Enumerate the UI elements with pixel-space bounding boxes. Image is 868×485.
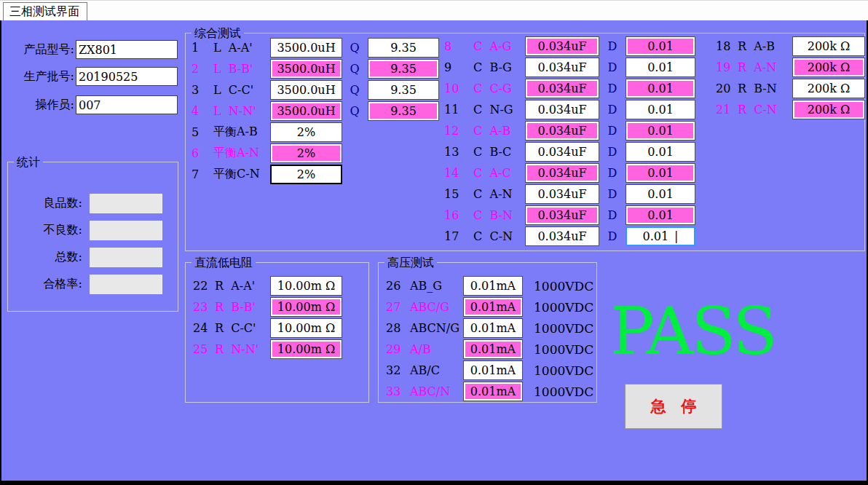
total-count-field bbox=[90, 248, 162, 267]
row-number: 4 bbox=[192, 104, 209, 118]
leak-current-field[interactable]: 0.01mA bbox=[463, 360, 523, 380]
measured-value-field[interactable]: 10.00m Ω bbox=[270, 339, 342, 359]
measured-value-field[interactable]: 0.034uF bbox=[525, 36, 599, 56]
measured-value-field[interactable]: 10.00m Ω bbox=[270, 318, 342, 338]
test-row-21: 21 R C-N 200k Ω bbox=[716, 99, 865, 120]
param-value-field-focused[interactable]: 0.01| bbox=[626, 226, 695, 246]
test-row-13: 13 C B-C 0.034uF D 0.01 bbox=[444, 141, 695, 162]
param-value-field[interactable]: 0.01 bbox=[626, 205, 695, 225]
measured-value-field[interactable]: 3500.0uH bbox=[270, 59, 342, 79]
param-value-field[interactable]: 0.01 bbox=[626, 79, 695, 98]
measured-value-field[interactable]: 200k Ω bbox=[792, 36, 865, 56]
test-point-label: 平衡A-N bbox=[213, 146, 267, 161]
test-row-33: 33 ABC/N 0.01mA 1000VDC bbox=[386, 381, 593, 402]
measured-value-field[interactable]: 0.034uF bbox=[525, 121, 599, 141]
param-value-field[interactable]: 0.01 bbox=[626, 163, 695, 183]
measured-value-field-focused[interactable]: 2% bbox=[270, 165, 342, 184]
measured-value-field[interactable]: 3500.0uH bbox=[270, 38, 342, 58]
measured-value-field[interactable]: 0.034uF bbox=[525, 100, 599, 119]
measured-value-field[interactable]: 3500.0uH bbox=[270, 80, 342, 100]
statistics-group: 统计 良品数: 不良数: 总数: 合格率: bbox=[7, 162, 178, 312]
row-number: 20 bbox=[716, 82, 735, 95]
param-value-field[interactable]: 0.01 bbox=[626, 58, 695, 77]
param-value-field[interactable]: 9.35 bbox=[368, 80, 439, 100]
row-number: 11 bbox=[444, 103, 463, 117]
measured-value-field[interactable]: 2% bbox=[270, 143, 342, 163]
operator-input[interactable] bbox=[76, 95, 178, 114]
param-letter: Q bbox=[347, 62, 362, 76]
measured-value-field[interactable]: 3500.0uH bbox=[270, 101, 342, 121]
test-point-label: C C-N bbox=[473, 229, 523, 243]
row-number: 7 bbox=[192, 167, 209, 181]
test-point-label: R C-C' bbox=[215, 321, 264, 335]
batch-number-input[interactable] bbox=[76, 67, 178, 86]
test-row-4: 4 L N-N' 3500.0uH Q 9.35 bbox=[192, 100, 439, 122]
measured-value-field[interactable]: 200k Ω bbox=[792, 100, 865, 119]
measured-value-field[interactable]: 0.034uF bbox=[525, 226, 599, 246]
test-point-label: C B-N bbox=[473, 208, 523, 222]
measured-value-field[interactable]: 200k Ω bbox=[792, 79, 865, 98]
test-point-label: ABC/N bbox=[410, 385, 458, 398]
param-value-field[interactable]: 0.01 bbox=[626, 142, 695, 162]
measured-value-field[interactable]: 200k Ω bbox=[792, 58, 865, 77]
test-point-label: C A-B bbox=[473, 124, 523, 138]
param-value-field[interactable]: 0.01 bbox=[626, 100, 695, 119]
tab-bar: 三相测试界面 bbox=[0, 0, 868, 20]
product-model-row: 产品型号: bbox=[4, 40, 178, 59]
test-row-23: 23 R B-B' 10.00m Ω bbox=[193, 296, 342, 318]
test-row-17: 17 C C-N 0.034uF D 0.01| bbox=[444, 226, 695, 247]
param-value-field[interactable]: 9.35 bbox=[368, 38, 439, 58]
row-number: 15 bbox=[444, 187, 463, 201]
leak-current-field[interactable]: 0.01mA bbox=[463, 339, 523, 359]
measured-value-field[interactable]: 0.034uF bbox=[525, 205, 599, 225]
param-value-field[interactable]: 0.01 bbox=[626, 36, 695, 56]
row-number: 16 bbox=[444, 208, 463, 222]
row-number: 10 bbox=[444, 82, 463, 95]
measured-value-field[interactable]: 0.034uF bbox=[525, 79, 599, 98]
test-voltage-label: 1000VDC bbox=[534, 321, 593, 336]
total-count-row: 总数: bbox=[12, 248, 162, 267]
good-count-row: 良品数: bbox=[12, 194, 162, 213]
param-letter: Q bbox=[347, 41, 362, 55]
pass-rate-field bbox=[90, 275, 162, 294]
test-point-label: C B-G bbox=[473, 60, 523, 74]
leak-current-field[interactable]: 0.01mA bbox=[463, 297, 523, 317]
bad-count-field bbox=[90, 221, 162, 240]
leak-current-field[interactable]: 0.01mA bbox=[463, 276, 523, 296]
bad-count-label: 不良数: bbox=[12, 223, 82, 238]
measured-value-field[interactable]: 0.034uF bbox=[525, 184, 599, 204]
row-number: 29 bbox=[386, 342, 405, 356]
test-point-label: L N-N' bbox=[213, 104, 267, 118]
measured-value-field[interactable]: 0.034uF bbox=[525, 142, 599, 162]
leak-current-field[interactable]: 0.01mA bbox=[463, 382, 523, 401]
param-value-field[interactable]: 9.35 bbox=[368, 101, 439, 121]
row-number: 27 bbox=[386, 300, 405, 314]
product-model-input[interactable] bbox=[76, 40, 178, 59]
tab-three-phase-test[interactable]: 三相测试界面 bbox=[3, 2, 87, 21]
test-row-29: 29 A/B 0.01mA 1000VDC bbox=[386, 339, 593, 360]
measured-value-field[interactable]: 0.034uF bbox=[525, 58, 599, 77]
test-row-7: 7 平衡C-N 2% bbox=[192, 164, 439, 185]
pass-rate-label: 合格率: bbox=[12, 277, 82, 292]
test-row-3: 3 L C-C' 3500.0uH Q 9.35 bbox=[192, 79, 439, 100]
test-voltage-label: 1000VDC bbox=[534, 279, 593, 293]
emergency-stop-button[interactable]: 急 停 bbox=[625, 384, 722, 429]
test-point-label: C A-C bbox=[473, 166, 523, 180]
leak-current-field[interactable]: 0.01mA bbox=[463, 318, 523, 338]
param-value-field[interactable]: 9.35 bbox=[368, 59, 439, 79]
row-number: 22 bbox=[193, 279, 212, 293]
measured-value-field[interactable]: 0.034uF bbox=[525, 163, 599, 183]
test-point-label: ABCN/G bbox=[410, 321, 458, 335]
row-number: 1 bbox=[192, 41, 209, 55]
test-row-26: 26 AB_G 0.01mA 1000VDC bbox=[386, 275, 593, 296]
param-letter: D bbox=[607, 82, 618, 95]
test-point-label: L A-A' bbox=[213, 41, 267, 55]
measured-value-field[interactable]: 10.00m Ω bbox=[270, 297, 342, 317]
test-row-16: 16 C B-N 0.034uF D 0.01 bbox=[444, 205, 695, 226]
param-value-field[interactable]: 0.01 bbox=[626, 121, 695, 141]
test-row-19: 19 R A-N 200k Ω bbox=[716, 57, 865, 78]
emergency-stop-label: 急 停 bbox=[651, 396, 697, 417]
measured-value-field[interactable]: 10.00m Ω bbox=[270, 276, 342, 296]
param-value-field[interactable]: 0.01 bbox=[626, 184, 695, 204]
measured-value-field[interactable]: 2% bbox=[270, 122, 342, 142]
